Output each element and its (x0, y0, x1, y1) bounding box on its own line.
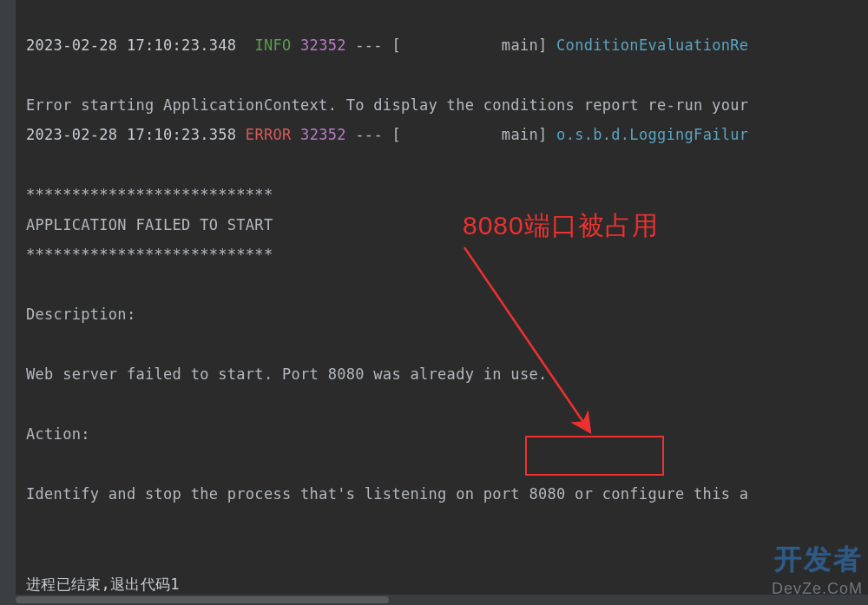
log-action-header: Action: (26, 425, 90, 443)
log-line: Error starting ApplicationContext. To di… (26, 96, 748, 114)
log-exit: 进程已结束,退出代码1 (26, 575, 180, 593)
log-sep: --- [ main] (346, 126, 556, 143)
log-level-error: ERROR (246, 126, 292, 143)
log-ts: 2023-02-28 17:10:23.358 (26, 126, 236, 143)
log-desc-text: Web server failed to start. Port 8080 wa… (26, 365, 548, 383)
annotation-label: 8080端口被占用 (463, 208, 659, 244)
log-action-text-c: or configure this a (575, 485, 748, 503)
log-ts: 2023-02-28 17:10:23.348 (26, 36, 236, 54)
console-gutter (0, 0, 16, 605)
log-class: o.s.b.d.LoggingFailur (556, 126, 748, 143)
horizontal-scrollbar-thumb[interactable] (16, 596, 389, 603)
log-action-text-a: Identify and stop the process that's lis… (26, 485, 483, 503)
log-class: ConditionEvaluationRe (556, 36, 748, 54)
log-action-text: Identify and stop the process that's lis… (26, 485, 748, 503)
log-line: 2023-02-28 17:10:23.358 ERROR 32352 --- … (26, 126, 748, 143)
log-sep: --- [ main] (346, 36, 556, 54)
log-action-text-port: port 8080 (483, 485, 575, 503)
log-line: 2023-02-28 17:10:23.348 INFO 32352 --- [… (26, 36, 748, 54)
log-desc-header: Description: (26, 306, 135, 323)
log-line: *************************** (26, 186, 273, 203)
watermark-cn: 开发者 (774, 541, 863, 579)
horizontal-scrollbar[interactable] (16, 595, 868, 605)
log-line: *************************** (26, 246, 273, 263)
console-output[interactable]: 2023-02-28 17:10:23.348 INFO 32352 --- [… (16, 0, 868, 605)
log-pid: 32352 (300, 36, 346, 54)
log-line-failed: APPLICATION FAILED TO START (26, 216, 273, 233)
log-level-info: INFO (254, 36, 291, 54)
log-pid: 32352 (300, 126, 346, 143)
